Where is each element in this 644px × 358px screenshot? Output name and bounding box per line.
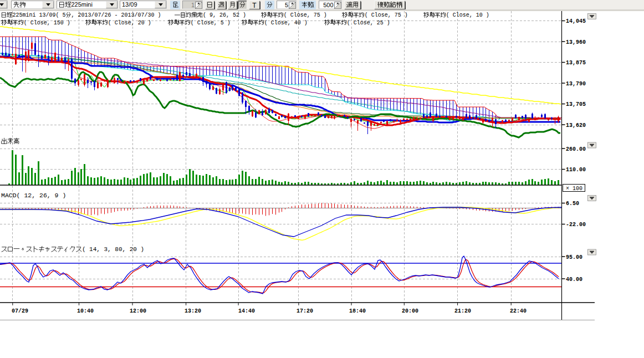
svg-text:95.00: 95.00 — [566, 254, 582, 260]
svg-text:260.00: 260.00 — [566, 146, 586, 152]
svg-text:13/09: 13/09 — [122, 2, 137, 8]
svg-text:13:20: 13:20 — [185, 308, 201, 314]
svg-text:07/29: 07/29 — [12, 308, 28, 314]
svg-text:( Close, 40 ): ( Close, 40 ) — [264, 20, 308, 26]
svg-text:12:00: 12:00 — [130, 308, 146, 314]
svg-text:20:00: 20:00 — [402, 308, 418, 314]
svg-text:22:40: 22:40 — [510, 308, 527, 314]
svg-text:13,620: 13,620 — [566, 122, 586, 129]
svg-text:( 9, 26, 52 ): ( 9, 26, 52 ) — [203, 12, 246, 18]
svg-text:MACD( 12, 26, 9 ): MACD( 12, 26, 9 ) — [1, 192, 66, 199]
svg-text:225mini 13/09( 5: 225mini 13/09( 5 — [12, 12, 65, 18]
svg-text:( Close, 20 ): ( Close, 20 ) — [108, 20, 151, 26]
svg-text:21:20: 21:20 — [454, 308, 471, 314]
svg-text:17:20: 17:20 — [297, 308, 313, 314]
svg-text:× 100: × 100 — [566, 186, 582, 192]
svg-text:13,875: 13,875 — [566, 60, 586, 66]
svg-text:40.00: 40.00 — [566, 277, 582, 283]
svg-text:( Close, 10 ): ( Close, 10 ) — [446, 12, 489, 18]
svg-text:( Close, 150 ): ( Close, 150 ) — [24, 20, 70, 26]
svg-text:13,960: 13,960 — [566, 39, 586, 45]
svg-text:( Close, 5 ): ( Close, 5 ) — [191, 20, 231, 26]
svg-text:13,790: 13,790 — [566, 81, 586, 87]
svg-text:, 2013/07/26 - 2013/07/30 ): , 2013/07/26 - 2013/07/30 ) — [71, 12, 161, 18]
svg-text:( Close, 25 ): ( Close, 25 ) — [347, 20, 390, 26]
svg-text:14,045: 14,045 — [566, 18, 586, 24]
svg-text:14:40: 14:40 — [238, 308, 255, 314]
svg-text:( Close, 75 ): ( Close, 75 ) — [284, 12, 327, 18]
svg-text:225mini: 225mini — [71, 2, 93, 8]
svg-text:110.00: 110.00 — [566, 167, 586, 173]
svg-text:18:40: 18:40 — [349, 308, 366, 314]
svg-text:13,705: 13,705 — [566, 101, 586, 108]
svg-text:( Close, 75 ): ( Close, 75 ) — [365, 12, 408, 18]
svg-text:10:40: 10:40 — [77, 308, 94, 314]
svg-text:6.50: 6.50 — [566, 201, 579, 207]
svg-text:( 14, 3, 80, 20 ): ( 14, 3, 80, 20 ) — [82, 246, 144, 253]
svg-text:-22.00: -22.00 — [566, 222, 586, 228]
